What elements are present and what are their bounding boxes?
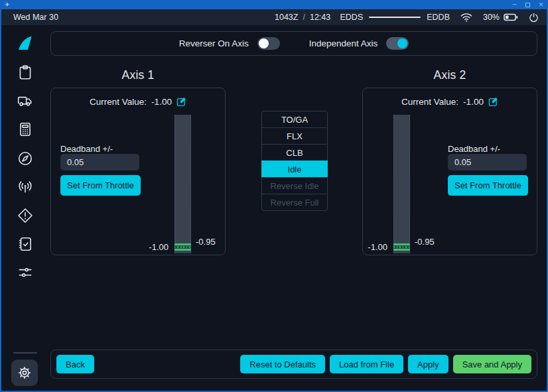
axis2-bar-high-label: -0.95 <box>415 237 435 247</box>
axis1-current-value-label: Current Value: <box>90 97 147 107</box>
axis1-bar-low-label: -1.00 <box>149 242 169 252</box>
apply-button[interactable]: Apply <box>408 355 448 373</box>
local-time: 12:43 <box>310 13 330 22</box>
axis2-current-value: -1.00 <box>463 97 484 107</box>
destination-label: EDDB <box>427 13 450 22</box>
efb-window: ✈ – × Wed Mar 30 1043Z / 12:43 EDDS EDDB <box>0 0 548 392</box>
reverser-on-axis-label: Reverser On Axis <box>179 38 249 48</box>
flypad-logo <box>16 34 34 52</box>
axis1-deadband-input[interactable] <box>60 154 139 170</box>
time-separator: / <box>303 13 305 22</box>
sidebar-divider <box>13 352 37 354</box>
gear-icon <box>16 364 33 381</box>
axis1-position-bar <box>174 115 191 253</box>
axis1-card: Current Value: -1.00 -1.00 -0.95 Deadban… <box>50 88 226 255</box>
detent-reverse-full[interactable]: Reverse Full <box>261 194 328 211</box>
date-label: Wed Mar 30 <box>13 9 58 25</box>
footer-bar: Back Reset to Defaults Load from File Ap… <box>50 350 537 379</box>
sidebar-item-settings[interactable] <box>11 359 38 386</box>
detent-reverse-idle[interactable]: Reverse Idle <box>261 177 328 194</box>
axis2-bar-low-label: -1.00 <box>368 242 387 252</box>
sidebar-item-presets[interactable] <box>16 263 34 281</box>
axis1-current-value: -1.00 <box>151 97 172 107</box>
maximize-button[interactable] <box>525 3 530 7</box>
axis2-title: Axis 2 <box>362 68 537 82</box>
battery-icon <box>504 13 518 21</box>
sidebar-item-performance[interactable] <box>16 120 34 138</box>
wifi-icon <box>460 12 473 23</box>
reverser-on-axis-toggle[interactable] <box>257 37 280 50</box>
checklist-icon <box>17 235 34 253</box>
edit-icon[interactable] <box>176 97 186 107</box>
origin-label: EDDS <box>340 13 364 22</box>
toggle-knob <box>259 38 269 48</box>
sidebar-item-dashboard[interactable] <box>16 63 34 81</box>
utc-time: 1043Z <box>275 13 298 22</box>
calculator-icon <box>17 121 34 138</box>
axis1-deadband-marker <box>174 243 191 251</box>
power-icon[interactable] <box>528 12 539 23</box>
sidebar-item-navigation[interactable] <box>16 149 34 167</box>
battery-percent: 30% <box>483 13 500 22</box>
broadcast-icon <box>17 178 34 196</box>
truck-icon <box>17 92 34 109</box>
detent-toga[interactable]: TO/GA <box>261 111 328 128</box>
flight-progress: EDDS EDDB <box>340 13 450 22</box>
load-file-button[interactable]: Load from File <box>330 355 403 373</box>
reset-defaults-button[interactable]: Reset to Defaults <box>240 355 325 373</box>
detent-flx[interactable]: FLX <box>261 127 328 145</box>
detent-clb[interactable]: CLB <box>261 144 328 161</box>
compass-icon <box>17 150 34 167</box>
warning-diamond-icon <box>17 207 34 224</box>
app-icon: ✈ <box>5 2 10 8</box>
axis2-card: Current Value: -1.00 -1.00 -0.95 Deadban… <box>362 88 537 255</box>
titlebar: ✈ – × <box>0 0 548 9</box>
axis2-position-bar <box>393 115 410 253</box>
axis2-deadband-marker <box>393 243 410 251</box>
axis2-set-from-throttle-button[interactable]: Set From Throttle <box>448 175 528 196</box>
edit-icon[interactable] <box>488 97 498 107</box>
back-button[interactable]: Back <box>56 355 94 373</box>
statusbar: Wed Mar 30 1043Z / 12:43 EDDS EDDB 30% <box>0 9 548 25</box>
sliders-icon <box>17 264 34 281</box>
minimize-button[interactable]: – <box>513 0 517 7</box>
toggle-knob <box>397 38 407 48</box>
sidebar-item-failures[interactable] <box>16 206 34 224</box>
axis1-deadband-label: Deadband +/- <box>60 144 113 154</box>
detent-idle[interactable]: Idle <box>261 161 328 178</box>
close-button[interactable]: × <box>539 1 543 9</box>
independent-axis-label: Independent Axis <box>309 38 378 48</box>
axis-options-bar: Reverser On Axis Independent Axis <box>50 31 537 56</box>
sidebar-item-atc[interactable] <box>16 178 34 196</box>
flight-progress-line <box>369 17 421 18</box>
detent-list: TO/GA FLX CLB Idle Reverse Idle Reverse … <box>261 111 328 211</box>
axis2-deadband-label: Deadband +/- <box>448 144 500 154</box>
axis2-deadband-input[interactable] <box>448 154 527 170</box>
axis1-set-from-throttle-button[interactable]: Set From Throttle <box>60 175 141 196</box>
independent-axis-toggle[interactable] <box>386 37 409 50</box>
sidebar-item-checklists[interactable] <box>16 235 34 253</box>
axis1-title: Axis 1 <box>50 68 226 82</box>
axis1-bar-high-label: -0.95 <box>196 237 216 247</box>
clock: 1043Z / 12:43 <box>275 9 330 25</box>
save-apply-button[interactable]: Save and Apply <box>453 355 531 373</box>
clipboard-icon <box>17 64 34 81</box>
axis2-current-value-label: Current Value: <box>401 97 458 107</box>
sidebar-item-ground[interactable] <box>16 92 34 109</box>
